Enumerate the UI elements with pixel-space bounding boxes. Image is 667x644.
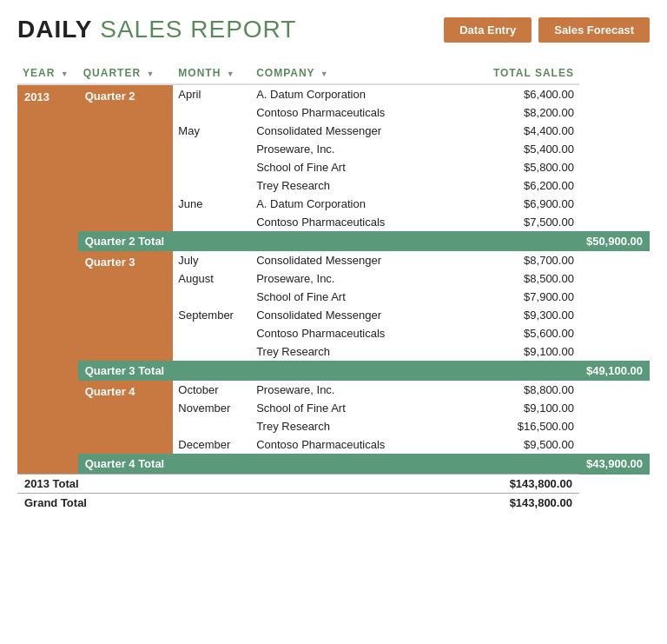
company-filter-icon[interactable]: ▼: [320, 70, 329, 78]
sales-forecast-button[interactable]: Sales Forecast: [538, 17, 650, 43]
subtotal-row: Quarter 3 Total$49,100.00: [17, 361, 650, 381]
year-total-row: 2013 Total$143,800.00: [17, 475, 650, 494]
subtotal-row: Quarter 2 Total$50,900.00: [17, 231, 650, 251]
subtotal-row: Quarter 4 Total$43,900.00: [17, 454, 650, 475]
title-rest: SALES REPORT: [92, 16, 296, 43]
table-row: Quarter 3JulyConsolidated Messenger$8,70…: [17, 251, 650, 269]
col-header-total: TOTAL SALES: [475, 63, 579, 84]
page-title: DAILY SALES REPORT: [17, 16, 296, 43]
table-row: 2013Quarter 2AprilA. Datum Corporation$6…: [17, 84, 650, 103]
col-header-quarter: QUARTER ▼: [78, 63, 174, 84]
grand-total-row: Grand Total$143,800.00: [17, 494, 650, 513]
col-header-year: YEAR ▼: [17, 63, 78, 84]
col-header-company: COMPANY ▼: [251, 63, 475, 84]
sales-table: YEAR ▼ QUARTER ▼ MONTH ▼ COMPANY ▼ TOTAL…: [17, 63, 650, 512]
table-row: Quarter 4OctoberProseware, Inc.$8,800.00: [17, 381, 650, 399]
col-header-month: MONTH ▼: [173, 63, 251, 84]
month-filter-icon[interactable]: ▼: [227, 70, 235, 78]
quarter-filter-icon[interactable]: ▼: [146, 70, 155, 78]
header-buttons: Data Entry Sales Forecast: [444, 17, 650, 43]
title-bold: DAILY: [17, 16, 92, 43]
table-header-row: YEAR ▼ QUARTER ▼ MONTH ▼ COMPANY ▼ TOTAL…: [17, 63, 650, 84]
year-filter-icon[interactable]: ▼: [61, 70, 69, 78]
data-entry-button[interactable]: Data Entry: [444, 17, 532, 43]
page-header: DAILY SALES REPORT Data Entry Sales Fore…: [17, 16, 650, 43]
